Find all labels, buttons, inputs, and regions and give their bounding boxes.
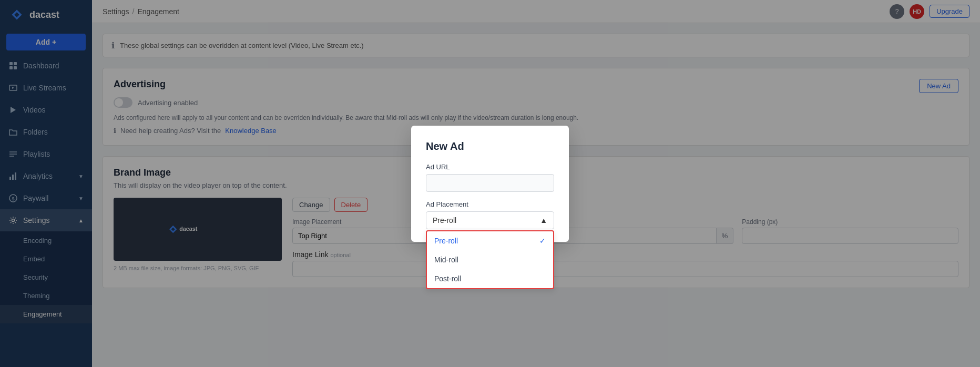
option-label: Post-roll bbox=[434, 274, 461, 283]
modal-overlay[interactable]: New Ad Ad URL Ad Placement Pre-roll ▲ Pr… bbox=[0, 0, 980, 367]
check-icon: ✓ bbox=[539, 237, 546, 245]
ad-url-label: Ad URL bbox=[426, 163, 554, 171]
chevron-up-icon: ▲ bbox=[540, 216, 547, 225]
ad-url-input[interactable] bbox=[426, 174, 554, 192]
ad-url-group: Ad URL bbox=[426, 163, 554, 200]
option-pre-roll[interactable]: Pre-roll ✓ bbox=[427, 231, 553, 250]
option-post-roll[interactable]: Post-roll bbox=[427, 269, 553, 288]
placement-dropdown-trigger[interactable]: Pre-roll ▲ bbox=[426, 211, 554, 229]
placement-selected-value: Pre-roll bbox=[433, 216, 456, 225]
option-mid-roll[interactable]: Mid-roll bbox=[427, 250, 553, 269]
ad-placement-label: Ad Placement bbox=[426, 200, 554, 208]
placement-dropdown-list: Pre-roll ✓ Mid-roll Post-roll bbox=[426, 230, 554, 289]
modal-title: New Ad bbox=[426, 140, 554, 152]
option-label: Pre-roll bbox=[434, 237, 458, 245]
new-ad-modal: New Ad Ad URL Ad Placement Pre-roll ▲ Pr… bbox=[411, 126, 569, 242]
option-label: Mid-roll bbox=[434, 256, 458, 264]
placement-dropdown-wrap: Pre-roll ▲ Pre-roll ✓ Mid-roll Post-roll bbox=[426, 211, 554, 229]
ad-placement-group: Ad Placement Pre-roll ▲ Pre-roll ✓ Mid-r… bbox=[426, 200, 554, 229]
